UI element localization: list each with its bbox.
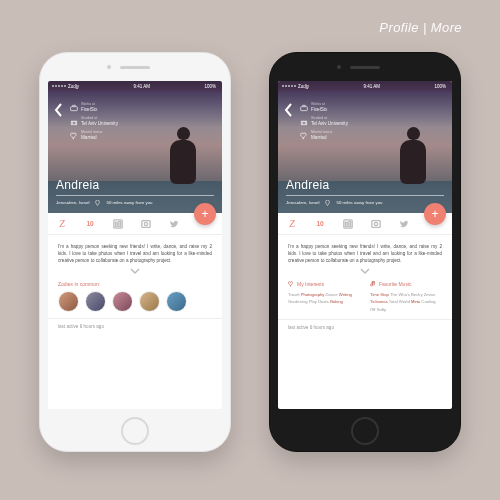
- svg-rect-11: [301, 106, 308, 110]
- svg-point-17: [374, 222, 377, 225]
- signal-icon: [52, 85, 66, 87]
- heart-outline-icon: [288, 281, 294, 287]
- briefcase-icon: [300, 104, 308, 112]
- phone-white: Zodjy 9:41 AM 100% Works atFixelStx: [39, 52, 231, 452]
- interests-tags: Travel Photography Dance Writing Gardeni…: [288, 291, 360, 305]
- carrier-label: Zodjy: [298, 84, 309, 89]
- location-label: Jerusalem, Israel: [286, 200, 319, 205]
- svg-rect-3: [71, 121, 76, 124]
- zody-avatar[interactable]: [112, 291, 133, 312]
- tab-twitter[interactable]: [164, 214, 184, 234]
- phone-black: Zodjy 9:41 AM 100% Works atFixelStx: [269, 52, 461, 452]
- tab-music[interactable]: [338, 214, 358, 234]
- tab-music[interactable]: [108, 214, 128, 234]
- heart-icon: [70, 132, 78, 140]
- heart-icon: [300, 132, 308, 140]
- music-tags: Time Stop The Who's Becky Zevan Tickamas…: [370, 291, 442, 312]
- zody-avatar[interactable]: [85, 291, 106, 312]
- home-button[interactable]: [121, 417, 149, 445]
- tab-photos[interactable]: [366, 214, 386, 234]
- note-icon: [370, 281, 376, 287]
- interests-title: My Interests: [288, 281, 360, 287]
- clock: 9:41 AM: [363, 84, 380, 89]
- distance-label: 50 miles away from you: [336, 200, 382, 205]
- back-button[interactable]: [284, 103, 294, 117]
- school-icon: [70, 118, 78, 126]
- zodies-title: Zodies in common:: [58, 281, 212, 287]
- last-active: last active 6 hours ago: [278, 319, 452, 330]
- home-button[interactable]: [351, 417, 379, 445]
- marital-row: Marital statusMarried: [70, 131, 152, 140]
- studied-at-row: Studied atTel Aviv University: [70, 117, 152, 126]
- svg-rect-12: [301, 121, 306, 124]
- back-button[interactable]: [54, 103, 64, 117]
- svg-rect-14: [346, 222, 348, 226]
- zody-avatar[interactable]: [58, 291, 79, 312]
- tab-row: Z 10 +: [278, 213, 452, 235]
- tab-row: Z 10 +: [48, 213, 222, 235]
- distance-label: 50 miles away from you: [106, 200, 152, 205]
- screen-more: Zodjy 9:41 AM 100% Works atFixelStx: [278, 81, 452, 409]
- page-label: Profile | More: [379, 20, 462, 35]
- tab-count[interactable]: 10: [80, 214, 100, 234]
- profile-name: Andreia: [56, 178, 214, 192]
- marital-row: Marital statusMarried: [300, 131, 382, 140]
- carrier-label: Zodjy: [68, 84, 79, 89]
- location-label: Jerusalem, Israel: [56, 200, 89, 205]
- music-title: Favorite Music: [370, 281, 442, 287]
- tab-z[interactable]: Z: [52, 214, 72, 234]
- bio-text: I'm a happy person seeking new friends! …: [58, 243, 212, 264]
- svg-rect-5: [116, 222, 118, 226]
- expand-bio[interactable]: [58, 268, 212, 275]
- svg-rect-2: [71, 106, 78, 110]
- hero: Works atFixelStx Studied atTel Aviv Univ…: [48, 91, 222, 213]
- works-at-row: Works atFixelStx: [70, 103, 152, 112]
- add-button[interactable]: +: [194, 203, 216, 225]
- tab-z[interactable]: Z: [282, 214, 302, 234]
- last-active: last active 6 hours ago: [48, 318, 222, 329]
- studied-at-row: Studied atTel Aviv University: [300, 117, 382, 126]
- status-bar: Zodjy 9:41 AM 100%: [278, 81, 452, 91]
- works-at-row: Works atFixelStx: [300, 103, 382, 112]
- battery-label: 100%: [204, 84, 216, 89]
- screen-profile: Zodjy 9:41 AM 100% Works atFixelStx: [48, 81, 222, 409]
- svg-point-8: [144, 222, 147, 225]
- battery-label: 100%: [434, 84, 446, 89]
- pin-icon: [325, 200, 330, 205]
- svg-rect-6: [119, 221, 121, 226]
- tab-photos[interactable]: [136, 214, 156, 234]
- clock: 9:41 AM: [133, 84, 150, 89]
- svg-rect-15: [349, 221, 351, 226]
- zody-avatar[interactable]: [139, 291, 160, 312]
- zodies-row: [58, 291, 212, 312]
- pin-icon: [95, 200, 100, 205]
- signal-icon: [282, 85, 296, 87]
- bio-text: I'm a happy person seeking new friends! …: [288, 243, 442, 264]
- school-icon: [300, 118, 308, 126]
- hero: Works atFixelStx Studied atTel Aviv Univ…: [278, 91, 452, 213]
- zody-avatar[interactable]: [166, 291, 187, 312]
- profile-name: Andreia: [286, 178, 444, 192]
- tab-count[interactable]: 10: [310, 214, 330, 234]
- briefcase-icon: [70, 104, 78, 112]
- expand-bio[interactable]: [288, 268, 442, 275]
- add-button[interactable]: +: [424, 203, 446, 225]
- tab-twitter[interactable]: [394, 214, 414, 234]
- status-bar: Zodjy 9:41 AM 100%: [48, 81, 222, 91]
